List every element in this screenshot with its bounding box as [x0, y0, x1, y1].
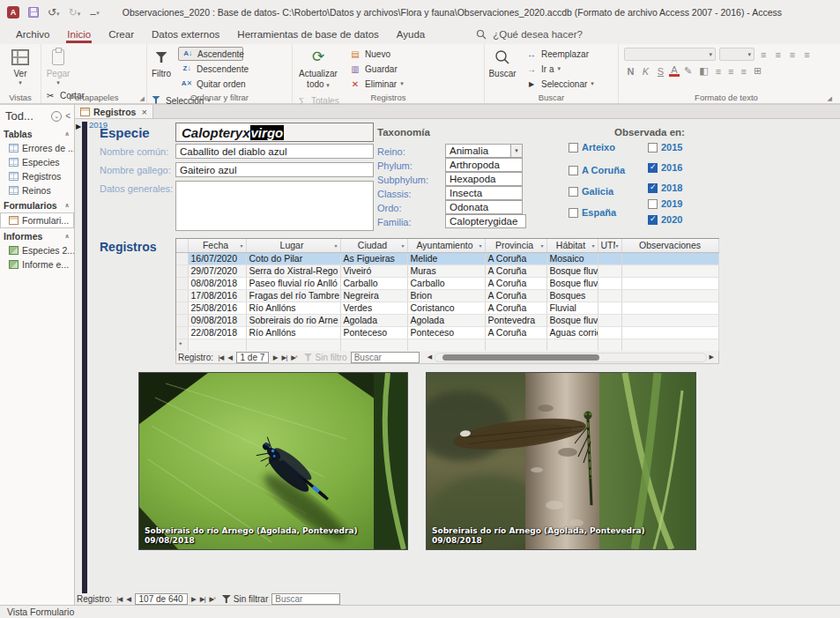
- col-header-provincia[interactable]: Provincia▾: [485, 239, 546, 252]
- table-row[interactable]: 25/08/2016Río AnllónsVerdesCoristancoA C…: [176, 302, 718, 314]
- table-row[interactable]: 22/08/2018Río AnllónsPontecesoPontecesoA…: [176, 326, 718, 339]
- tab-ayuda[interactable]: Ayuda: [388, 26, 434, 43]
- navpane-menu-icon[interactable]: ⌄: [51, 111, 62, 122]
- close-icon[interactable]: ×: [141, 107, 146, 117]
- eliminar-button[interactable]: ✕Eliminar▾: [346, 77, 410, 91]
- new-record-button[interactable]: ▶*: [207, 595, 219, 603]
- table-row[interactable]: 17/08/2016Fragas del río TambreNegreiraB…: [176, 289, 718, 302]
- sidebar-item-informe[interactable]: Informe e...: [0, 257, 74, 272]
- checkbox-2018[interactable]: 2018: [648, 182, 682, 193]
- ver-button[interactable]: Ver▾: [1, 44, 40, 86]
- checkbox-icon[interactable]: [648, 143, 658, 153]
- descendente-button[interactable]: Z↓Descendente: [178, 62, 243, 76]
- chevron-down-icon[interactable]: ▾: [591, 242, 594, 249]
- save-icon[interactable]: [28, 7, 39, 18]
- checkbox-galicia[interactable]: Galicia: [569, 186, 613, 197]
- scroll-right-icon[interactable]: ▶: [707, 354, 717, 361]
- bold-button[interactable]: N: [624, 66, 637, 77]
- customize-qat-icon[interactable]: ⚊▾: [89, 8, 100, 17]
- checkbox-icon[interactable]: [648, 215, 658, 225]
- checkbox-2020[interactable]: 2020: [648, 214, 682, 225]
- sidebar-item-formulario[interactable]: Formulari...: [0, 212, 74, 228]
- table-row[interactable]: 29/07/2020Serra do Xistral-Rego (Viveiró…: [176, 264, 718, 277]
- classis-field[interactable]: Insecta: [445, 186, 523, 200]
- nombre-comun-field[interactable]: Caballito del diablo azul: [175, 144, 374, 159]
- table-row[interactable]: 09/08/2018Sobreirais do rio ArneAgoladaA…: [176, 314, 718, 326]
- nuevo-button[interactable]: ▤Nuevo: [346, 47, 410, 61]
- main-search-input[interactable]: [271, 593, 340, 605]
- col-header-lugar[interactable]: Lugar▾: [246, 239, 340, 252]
- phylum-field[interactable]: Arthropoda: [445, 158, 523, 172]
- filtro-button[interactable]: Filtro: [147, 44, 175, 79]
- checkbox-icon[interactable]: [569, 166, 578, 175]
- gridlines-icon[interactable]: ⊞: [751, 65, 764, 77]
- guardar-button[interactable]: ▥Guardar: [346, 62, 410, 76]
- tab-herramientas[interactable]: Herramientas de base de datos: [228, 26, 387, 43]
- col-header-utm[interactable]: UTM 1(▾: [598, 239, 621, 252]
- subphylum-field[interactable]: Hexapoda: [445, 172, 523, 186]
- doc-tab-registros[interactable]: Registros ×: [75, 105, 153, 118]
- buscar-button[interactable]: Buscar: [485, 44, 520, 79]
- checkbox-2019[interactable]: 2019: [648, 198, 682, 209]
- tab-crear[interactable]: Crear: [100, 26, 143, 43]
- font-color-icon[interactable]: A: [669, 65, 680, 77]
- record-position[interactable]: 1 de 7: [236, 352, 270, 363]
- fill-color-icon[interactable]: ◧: [696, 65, 710, 77]
- previous-record-button[interactable]: ◀: [124, 595, 133, 603]
- navpane-section-formularios[interactable]: Formularios∧: [0, 197, 74, 212]
- table-row[interactable]: 08/08/2018Paseo fluvial río AnllóCarball…: [176, 277, 718, 289]
- seleccionar-button[interactable]: ▶Seleccionar ▾: [523, 77, 597, 91]
- first-record-button[interactable]: |◀: [115, 595, 124, 603]
- record-position[interactable]: 107 de 640: [135, 593, 188, 605]
- highlight-icon[interactable]: ✎: [681, 65, 695, 77]
- dialog-launcher-icon[interactable]: ◢: [828, 95, 832, 102]
- sidebar-item-registros[interactable]: Registros: [0, 169, 74, 183]
- col-header-observaciones[interactable]: Observaciones: [621, 239, 718, 252]
- dialog-launcher-icon[interactable]: ◢: [140, 95, 145, 102]
- tab-datos-externos[interactable]: Datos externos: [143, 26, 228, 43]
- checkbox-2016[interactable]: 2016: [648, 162, 682, 173]
- checkbox-icon[interactable]: [569, 208, 578, 218]
- last-record-button[interactable]: ▶|: [197, 595, 207, 603]
- reino-combo[interactable]: Animalia▾: [445, 144, 523, 158]
- chevron-down-icon[interactable]: ▾: [540, 242, 543, 249]
- navpane-section-tablas[interactable]: Tablas∧: [0, 126, 74, 141]
- tell-me-search[interactable]: ¿Qué desea hacer?: [476, 29, 583, 40]
- quitar-orden-button[interactable]: A✕Quitar orden: [178, 77, 243, 91]
- italic-button[interactable]: K: [639, 66, 652, 77]
- ordo-field[interactable]: Odonata: [445, 200, 523, 214]
- checkbox-arteixo[interactable]: Arteixo: [569, 142, 615, 153]
- especie-field[interactable]: Calopteryx virgo: [175, 123, 374, 142]
- next-record-button[interactable]: ▶: [190, 595, 198, 603]
- new-record-row[interactable]: *: [176, 339, 718, 351]
- last-record-button[interactable]: ▶|: [279, 354, 289, 361]
- sidebar-item-especies[interactable]: Especies: [0, 155, 74, 169]
- subform-search-input[interactable]: [351, 352, 420, 363]
- checkbox-2015[interactable]: 2015: [648, 142, 682, 153]
- filter-status[interactable]: Sin filtrar: [222, 594, 268, 604]
- underline-button[interactable]: S: [654, 66, 667, 77]
- ascendente-button[interactable]: A↓Ascendente: [178, 47, 243, 61]
- first-record-button[interactable]: |◀: [216, 354, 226, 361]
- chevron-down-icon[interactable]: ▾: [479, 242, 481, 249]
- horizontal-scrollbar[interactable]: ◀ ▶: [425, 352, 717, 363]
- col-header-ayuntamiento[interactable]: Ayuntamiento▾: [407, 239, 485, 252]
- access-logo-icon[interactable]: A: [7, 6, 19, 19]
- tab-archivo[interactable]: Archivo: [7, 26, 58, 43]
- chevron-down-icon[interactable]: ▾: [510, 145, 522, 157]
- chevron-down-icon[interactable]: ▾: [240, 242, 242, 249]
- scroll-left-icon[interactable]: ◀: [425, 354, 435, 361]
- chevron-down-icon[interactable]: ▾: [401, 242, 404, 249]
- table-row[interactable]: 16/07/2020Coto do PilarAs FigueirasMelid…: [176, 252, 718, 264]
- undo-icon[interactable]: ↺▾: [48, 6, 60, 19]
- record-selector-bar[interactable]: [82, 122, 87, 593]
- checkbox-espana[interactable]: España: [569, 207, 616, 218]
- ir-a-button[interactable]: →Ir a ▾: [523, 62, 597, 76]
- col-header-fecha[interactable]: Fecha▾: [188, 239, 246, 252]
- sidebar-item-errores[interactable]: Errores de ...: [0, 141, 74, 155]
- align-right-icon[interactable]: ≡: [738, 66, 748, 77]
- reemplazar-button[interactable]: ↔Reemplazar: [523, 47, 597, 61]
- previous-record-button[interactable]: ◀: [226, 354, 234, 361]
- sidebar-item-reinos[interactable]: Reinos: [0, 183, 74, 197]
- actualizar-todo-button[interactable]: ⟳ Actualizar todo ▾: [293, 44, 344, 89]
